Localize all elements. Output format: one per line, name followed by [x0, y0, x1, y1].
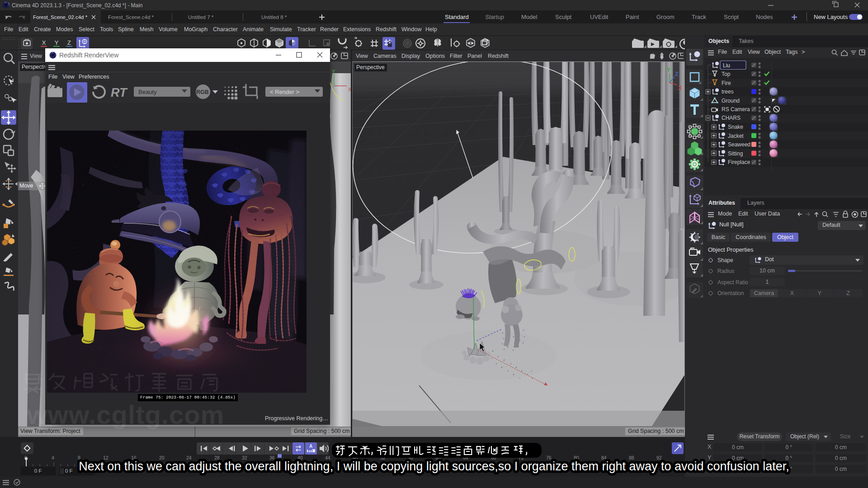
svg-text:Ground: Ground — [722, 98, 740, 104]
svg-text:Snake: Snake — [728, 124, 743, 130]
svg-text:Y: Y — [332, 69, 335, 74]
svg-text:Jacket: Jacket — [728, 133, 744, 139]
svg-text:trees: trees — [722, 89, 734, 95]
svg-text:Top: Top — [722, 71, 731, 77]
svg-text:RT: RT — [111, 86, 128, 99]
svg-text:Liu: Liu — [723, 62, 730, 69]
svg-text:Fire: Fire — [722, 80, 731, 86]
svg-text:X: X — [678, 85, 682, 91]
svg-text:Seaweed: Seaweed — [728, 141, 750, 148]
svg-text:RS Camera: RS Camera — [722, 106, 750, 113]
svg-text:CHARS: CHARS — [722, 115, 741, 121]
svg-text:< Render >: < Render > — [270, 89, 299, 95]
svg-text:Sitting: Sitting — [728, 150, 743, 157]
svg-text:A: A — [309, 444, 312, 449]
svg-text:Y: Y — [667, 67, 670, 73]
svg-text:X: X — [42, 39, 46, 46]
svg-text:Next on this we can adjust the: Next on this we can adjust the overall l… — [79, 460, 789, 473]
svg-text:Z: Z — [67, 39, 71, 46]
svg-text:Z: Z — [675, 71, 678, 77]
svg-text:RGB: RGB — [196, 89, 209, 95]
svg-text:Fireplace: Fireplace — [728, 159, 750, 165]
svg-text:Beauty: Beauty — [138, 89, 157, 95]
svg-text:Y: Y — [55, 39, 59, 46]
